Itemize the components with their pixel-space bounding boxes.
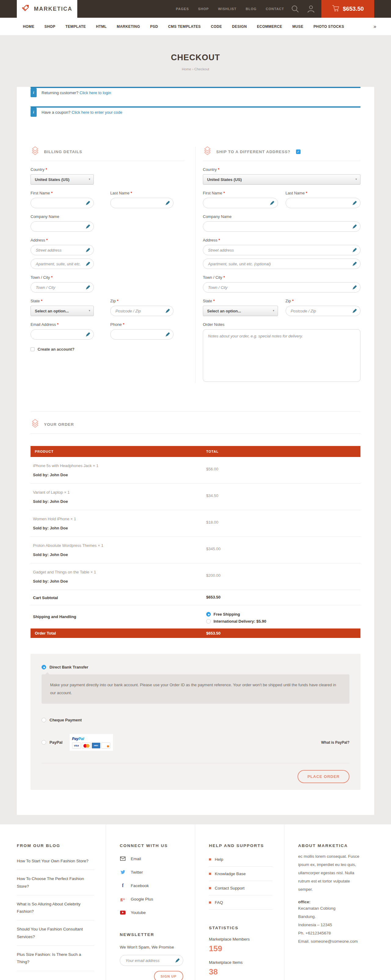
newsletter-signup-button[interactable]: SIGN UP	[154, 971, 183, 980]
cart-subtotal-row: Cart Subtotal $653.50	[30, 590, 361, 605]
social-email-link[interactable]: Email	[120, 856, 183, 861]
help-link[interactable]: Knowladge Base	[209, 867, 272, 881]
blog-link[interactable]: How To Start Your Own Fashion Store?	[17, 852, 94, 870]
billing-email-input[interactable]	[30, 329, 94, 340]
social-google-plus-link[interactable]: g+ Google Plus	[120, 896, 183, 902]
order-notes-textarea[interactable]	[203, 329, 361, 382]
nav-code[interactable]: CODE	[211, 24, 222, 29]
payment-paypal[interactable]: PayPal PayPal VISA AMEX What is PayPal?	[41, 734, 350, 751]
nav-psd[interactable]: PSD	[150, 24, 158, 29]
order-item-row: Women Hold iPhone × 1 Sold by: John Doe …	[30, 510, 361, 537]
office-email-line: Email. someone@someone.com	[298, 937, 362, 945]
top-nav-pages[interactable]: PAGES	[176, 7, 189, 11]
nav-html[interactable]: HTML	[96, 24, 106, 29]
radio-selected-icon[interactable]	[41, 665, 46, 670]
statistics-section: STATISTICS Marketplace Members 159 Marke…	[209, 926, 272, 977]
pen-icon	[165, 309, 170, 313]
breadcrumb-home[interactable]: Home	[182, 67, 191, 71]
ship-different-checkbox[interactable]: ✓	[296, 150, 300, 154]
social-twitter-link[interactable]: Twitter	[120, 869, 183, 875]
returning-customer-text: Returning customer?	[41, 91, 78, 95]
bullet-icon	[209, 887, 211, 889]
help-link[interactable]: FAQ	[209, 895, 272, 910]
create-account-checkbox[interactable]	[30, 347, 35, 351]
top-nav-shop[interactable]: SHOP	[198, 7, 209, 11]
billing-phone-input[interactable]	[110, 329, 173, 340]
nav-muse[interactable]: MUSE	[292, 24, 304, 29]
what-is-paypal-link[interactable]: What is PayPal?	[321, 740, 350, 745]
billing-first-name-input[interactable]	[30, 198, 94, 208]
place-order-button[interactable]: PLACE ORDER	[297, 770, 350, 783]
pen-icon	[86, 285, 90, 290]
shipping-option-international[interactable]: International Delivery: $5.90	[206, 619, 361, 624]
nav-ecommerce[interactable]: ECOMMERCE	[257, 24, 282, 29]
billing-zip-input[interactable]	[110, 305, 173, 316]
stack-icon	[203, 146, 212, 157]
shipping-address2-input[interactable]	[203, 259, 361, 269]
bullet-icon	[209, 902, 211, 904]
item-name: Gadget and Things on the Table × 1	[33, 570, 361, 574]
radio-icon[interactable]	[41, 740, 46, 745]
billing-heading: BILLING DETAILS	[44, 150, 82, 154]
nav-marketing[interactable]: MARKETING	[117, 24, 140, 29]
top-nav-blog[interactable]: BLOG	[246, 7, 257, 11]
shipping-town-input[interactable]	[203, 282, 361, 293]
help-link[interactable]: Contact Support	[209, 881, 272, 895]
shipping-option-free[interactable]: Free Shipping	[206, 612, 361, 617]
pen-icon	[270, 201, 274, 205]
radio-icon[interactable]	[206, 619, 211, 624]
cart-button[interactable]: $653.50	[321, 0, 374, 18]
shipping-state-select[interactable]: Select an option...	[203, 305, 278, 316]
blog-link[interactable]: What is So Alluring About Celebrity Fash…	[17, 895, 94, 921]
shipping-zip-input[interactable]	[286, 305, 361, 316]
billing-company-input[interactable]	[30, 221, 94, 232]
office-address-line: Kecamatan Coblong	[298, 904, 362, 912]
blog-link[interactable]: Plus Size Fashion: Is There Such a Thing…	[17, 946, 94, 971]
billing-state-select[interactable]: Select an option...	[30, 305, 94, 316]
logo[interactable]: MARKETICA	[17, 0, 77, 18]
social-youtube-link[interactable]: Youtube	[120, 910, 183, 915]
nav-cms-templates[interactable]: CMS TEMPLATES	[168, 24, 201, 29]
shipping-first-name-input[interactable]	[203, 198, 278, 208]
nav-photo-stocks[interactable]: PHOTO STOCKS	[313, 24, 344, 29]
login-link[interactable]: Click here to login	[79, 91, 111, 95]
bank-transfer-description: Make your payment directly into our bank…	[41, 675, 350, 704]
help-link[interactable]: Help	[209, 852, 272, 867]
blog-link[interactable]: Should You Use Fashion Consultant Servic…	[17, 920, 94, 946]
billing-town-input[interactable]	[30, 282, 94, 293]
checkout-forms: BILLING DETAILS Country * United States …	[30, 147, 361, 383]
newsletter-email-input[interactable]	[120, 955, 183, 966]
billing-last-name-input[interactable]	[110, 198, 173, 208]
nav-home[interactable]: HOME	[23, 24, 35, 29]
nav-template[interactable]: TEMPLATE	[65, 24, 86, 29]
payment-cheque[interactable]: Cheque Payment	[41, 718, 350, 722]
page-title: CHECKOUT	[0, 53, 391, 62]
social-facebook-link[interactable]: f Facebook	[120, 883, 183, 888]
pen-icon	[86, 262, 90, 266]
pen-icon	[86, 332, 90, 337]
nav-shop[interactable]: SHOP	[45, 24, 56, 29]
coupon-link[interactable]: Click here to enter your code	[72, 110, 122, 115]
nav-more-icon[interactable]: »	[374, 24, 376, 30]
footer-help-heading: HELP AND SUPPORTS	[209, 843, 272, 848]
shipping-company-input[interactable]	[203, 221, 361, 232]
shipping-street-address-input[interactable]	[203, 245, 361, 255]
payment-bank-transfer[interactable]: Direct Bank Transfer	[41, 665, 350, 670]
top-nav-contact[interactable]: CONTACT	[266, 7, 284, 11]
user-account-icon[interactable]	[307, 5, 315, 13]
search-icon[interactable]	[291, 5, 299, 13]
nav-design[interactable]: DESIGN	[232, 24, 247, 29]
shipping-company-label: Company Name	[203, 214, 361, 219]
billing-address2-input[interactable]	[30, 259, 94, 269]
billing-street-address-input[interactable]	[30, 245, 94, 255]
top-nav-wishlist[interactable]: WISHLIST	[218, 7, 237, 11]
shipping-country-select[interactable]: United States (US)	[203, 174, 361, 185]
blog-link[interactable]: How To Choose The Perfect Fashion Store?	[17, 870, 94, 895]
radio-selected-icon[interactable]	[206, 612, 211, 617]
create-account-label: Create an account?	[38, 347, 75, 352]
order-item-row: Proton Absolute Wordpress Themes × 1 Sol…	[30, 537, 361, 563]
billing-country-select[interactable]: United States (US)	[30, 174, 94, 185]
radio-icon[interactable]	[41, 718, 46, 722]
cart-total: $653.50	[343, 5, 364, 12]
shipping-last-name-input[interactable]	[286, 198, 361, 208]
